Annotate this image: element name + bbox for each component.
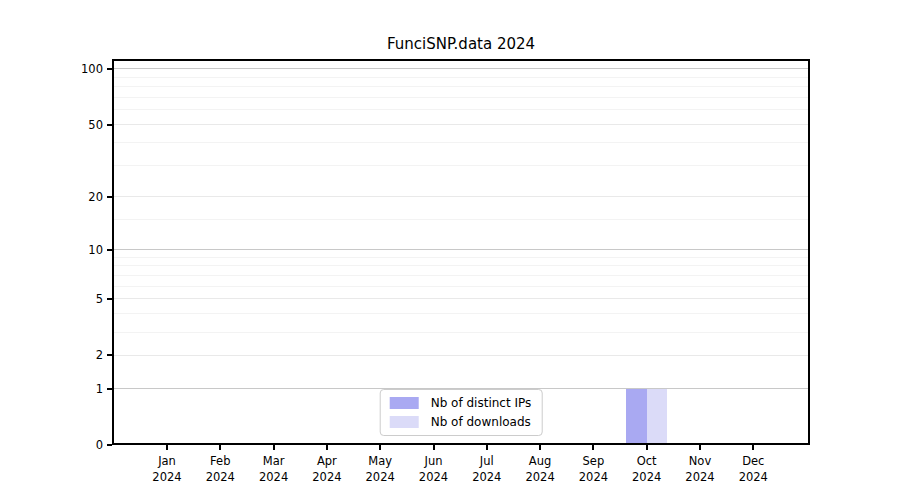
x-tick-mar bbox=[273, 445, 275, 450]
legend-swatch-1 bbox=[390, 416, 419, 428]
month-label: Nov bbox=[670, 453, 730, 469]
y-tick-label-10: 10 bbox=[43, 242, 103, 258]
y-tick-label-50: 50 bbox=[43, 117, 103, 133]
x-tick-may bbox=[379, 445, 381, 450]
x-tick-label-aug: Aug2024 bbox=[510, 453, 570, 485]
year-label: 2024 bbox=[404, 469, 464, 485]
month-label: Dec bbox=[723, 453, 783, 469]
y-tick-label-1: 1 bbox=[43, 381, 103, 397]
legend-label-1: Nb of downloads bbox=[431, 415, 531, 429]
legend: Nb of distinct IPsNb of downloads bbox=[380, 389, 543, 436]
x-tick-dec bbox=[752, 445, 754, 450]
y-axis: 0125102050100 bbox=[0, 59, 112, 445]
month-label: May bbox=[350, 453, 410, 469]
package-download-stats-figure: FunciSNP.data 2024 Nb of distinct IPsNb … bbox=[0, 0, 900, 500]
x-tick-oct bbox=[646, 445, 648, 450]
x-tick-apr bbox=[326, 445, 328, 450]
x-tick-sep bbox=[592, 445, 594, 450]
year-label: 2024 bbox=[244, 469, 304, 485]
x-tick-label-oct: Oct2024 bbox=[617, 453, 677, 485]
bar-layer bbox=[112, 59, 810, 445]
year-label: 2024 bbox=[510, 469, 570, 485]
year-label: 2024 bbox=[723, 469, 783, 485]
y-tick-label-20: 20 bbox=[43, 189, 103, 205]
year-label: 2024 bbox=[297, 469, 357, 485]
x-axis: Jan2024Feb2024Mar2024Apr2024May2024Jun20… bbox=[112, 445, 810, 495]
month-label: Jun bbox=[404, 453, 464, 469]
legend-item-0: Nb of distinct IPs bbox=[390, 396, 532, 410]
legend-swatch-0 bbox=[390, 397, 419, 409]
x-tick-aug bbox=[539, 445, 541, 450]
month-label: Jan bbox=[137, 453, 197, 469]
x-tick-nov bbox=[699, 445, 701, 450]
month-label: Mar bbox=[244, 453, 304, 469]
year-label: 2024 bbox=[457, 469, 517, 485]
x-tick-label-feb: Feb2024 bbox=[190, 453, 250, 485]
y-tick-label-5: 5 bbox=[43, 291, 103, 307]
x-tick-label-may: May2024 bbox=[350, 453, 410, 485]
plot-area: Nb of distinct IPsNb of downloads bbox=[112, 59, 810, 445]
x-tick-feb bbox=[219, 445, 221, 450]
month-label: Aug bbox=[510, 453, 570, 469]
month-label: Feb bbox=[190, 453, 250, 469]
x-tick-label-nov: Nov2024 bbox=[670, 453, 730, 485]
year-label: 2024 bbox=[617, 469, 677, 485]
x-tick-jun bbox=[433, 445, 435, 450]
year-label: 2024 bbox=[670, 469, 730, 485]
x-tick-label-dec: Dec2024 bbox=[723, 453, 783, 485]
year-label: 2024 bbox=[563, 469, 623, 485]
y-tick-label-100: 100 bbox=[43, 61, 103, 77]
y-axis-line bbox=[112, 59, 114, 445]
month-label: Apr bbox=[297, 453, 357, 469]
plot-border-top bbox=[112, 59, 810, 61]
month-label: Jul bbox=[457, 453, 517, 469]
y-tick-label-2: 2 bbox=[43, 347, 103, 363]
x-tick-jul bbox=[486, 445, 488, 450]
legend-label-0: Nb of distinct IPs bbox=[431, 396, 532, 410]
x-tick-label-apr: Apr2024 bbox=[297, 453, 357, 485]
year-label: 2024 bbox=[350, 469, 410, 485]
chart-title: FunciSNP.data 2024 bbox=[112, 35, 810, 53]
y-tick-label-0: 0 bbox=[43, 437, 103, 453]
bar-oct-downloads bbox=[647, 389, 668, 445]
x-tick-label-mar: Mar2024 bbox=[244, 453, 304, 485]
x-tick-label-sep: Sep2024 bbox=[563, 453, 623, 485]
month-label: Sep bbox=[563, 453, 623, 469]
x-tick-label-jul: Jul2024 bbox=[457, 453, 517, 485]
x-tick-label-jan: Jan2024 bbox=[137, 453, 197, 485]
x-axis-line bbox=[112, 443, 810, 445]
month-label: Oct bbox=[617, 453, 677, 469]
year-label: 2024 bbox=[137, 469, 197, 485]
plot-border-right bbox=[808, 59, 810, 445]
x-tick-jan bbox=[166, 445, 168, 450]
year-label: 2024 bbox=[190, 469, 250, 485]
bar-oct-distinct-ips bbox=[626, 389, 647, 445]
x-tick-label-jun: Jun2024 bbox=[404, 453, 464, 485]
legend-item-1: Nb of downloads bbox=[390, 415, 532, 429]
